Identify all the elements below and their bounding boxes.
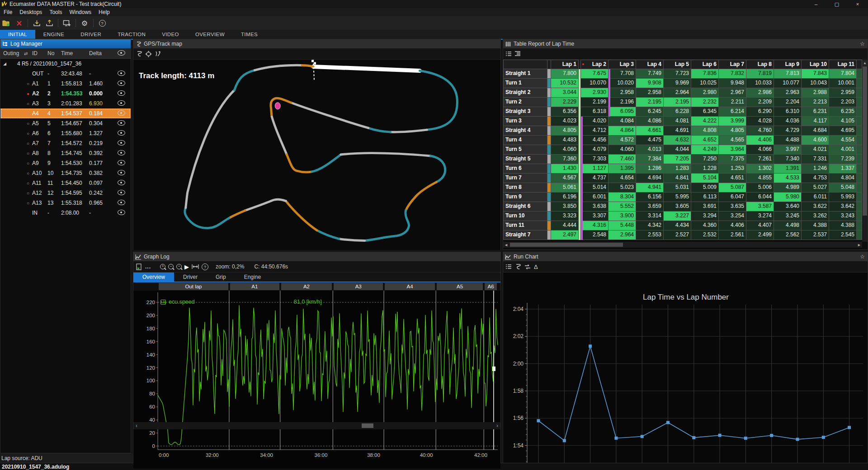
visibility-eye-icon[interactable] <box>118 110 125 116</box>
favorite-star-icon[interactable]: ☆ <box>860 41 865 47</box>
lap-row-A7[interactable]: ○A771:54.5720.219 <box>0 138 131 148</box>
menu-windows[interactable]: Windows <box>66 8 95 16</box>
scroll-left-icon[interactable]: ◄ <box>503 243 509 247</box>
segment-row-Turn-7[interactable]: Turn 74.5674.7374.6544.6944.8415.1044.65… <box>503 174 862 183</box>
visibility-eye-icon[interactable] <box>118 70 125 76</box>
lap-section-Out-lap[interactable]: Out lap <box>159 283 228 290</box>
segment-row-Turn-3[interactable]: Turn 34.0234.0204.0844.0864.0814.2223.99… <box>503 117 862 126</box>
segment-row-Straight-4[interactable]: Straight 44.8054.7124.8644.6614.6914.808… <box>503 126 862 136</box>
lap-row-A13[interactable]: ○A13131:55.3180.965 <box>0 198 131 208</box>
lap-section-A3[interactable]: A3 <box>334 283 383 290</box>
lap-row-A4[interactable]: ○A441:54.5370.184 <box>0 108 131 118</box>
segment-row-Straight-1[interactable]: Straight 17.8007.6757.7087.7497.7237.836… <box>503 69 862 79</box>
segment-row-Turn-11[interactable]: Turn 114.4444.3165.4484.3424.4344.3604.4… <box>503 221 862 230</box>
lap-row-IN[interactable]: IN-2:08.00- <box>0 208 131 218</box>
lap-row-A5[interactable]: ○A551:54.6570.304 <box>0 118 131 128</box>
lap-col-header[interactable]: ●Lap 2 <box>581 60 609 69</box>
visibility-eye-icon[interactable] <box>118 90 125 96</box>
menu-file[interactable]: File <box>0 8 16 16</box>
play-icon[interactable]: ▶ <box>184 263 189 270</box>
visibility-eye-icon[interactable] <box>118 150 125 155</box>
lap-table-header[interactable]: Table Report of Lap Time ☆ <box>503 39 868 48</box>
segment-row-Turn-4[interactable]: Turn 44.4834.4564.5724.4754.6324.6524.56… <box>503 136 862 145</box>
lap-col-header[interactable]: Lap 1 <box>551 60 579 69</box>
segment-row-Turn-1[interactable]: Turn 110.53210.07010.0209.9089.96910.025… <box>503 79 862 88</box>
col-time[interactable]: Time <box>61 50 89 56</box>
minimize-button[interactable]: – <box>806 0 826 8</box>
close-button[interactable]: × <box>847 0 868 8</box>
segment-row-Straight-6[interactable]: Straight 63.8503.6385.5523.6593.6053.691… <box>503 202 862 212</box>
lap-sections-bar[interactable]: Out lapA1A2A3A4A5A6 <box>133 282 500 291</box>
menu-desktops[interactable]: Desktops <box>16 8 46 16</box>
graph-tab-overview[interactable]: Overview <box>133 273 174 282</box>
segment-row-Turn-2[interactable]: Turn 22.2292.1992.1962.1952.1952.2322.21… <box>503 98 862 107</box>
lap-col-header[interactable]: Lap 10 <box>802 60 829 69</box>
menu-tools[interactable]: Tools <box>46 8 66 16</box>
track-outline-icon[interactable] <box>136 51 142 57</box>
lap-section-A1[interactable]: A1 <box>230 283 279 290</box>
log-manager-header[interactable]: Log Manager <box>0 39 131 48</box>
visibility-eye-icon[interactable] <box>118 100 125 106</box>
help-button[interactable]: ? <box>97 18 108 28</box>
delta-icon[interactable]: Δ <box>534 263 538 270</box>
lap-section-A5[interactable]: A5 <box>437 283 483 290</box>
segment-row-Turn-9[interactable]: Turn 96.1966.0018.3046.1565.9956.1136.04… <box>503 193 862 202</box>
lap-table-grid[interactable]: Lap 1●Lap 2Lap 3Lap 4Lap 5Lap 6Lap 7Lap … <box>503 60 862 240</box>
open-log-button[interactable] <box>1 18 12 28</box>
segment-row-Straight-7[interactable]: Straight 72.4972.5482.9642.5532.5272.532… <box>503 230 862 240</box>
visibility-eye-icon[interactable] <box>118 130 125 136</box>
track-outline-icon[interactable] <box>514 263 521 270</box>
list-icon[interactable] <box>505 264 512 269</box>
menu-help[interactable]: Help <box>95 8 113 16</box>
help-icon[interactable]: ? <box>202 263 208 270</box>
lap-col-header[interactable]: Lap 11 <box>829 60 857 69</box>
favorite-star-icon[interactable]: ☆ <box>860 254 865 260</box>
segment-row-Straight-3[interactable]: Straight 36.3566.3186.0956.2456.2286.345… <box>503 107 862 117</box>
visibility-eye-icon[interactable] <box>118 80 125 86</box>
run-chart-canvas[interactable]: Lap Time vs Lap Number2:042:022:001:581:… <box>503 273 868 463</box>
segment-row-Turn-6[interactable]: Turn 61.4301.1271.3951.2861.2831.2281.25… <box>503 164 862 174</box>
import-button[interactable] <box>31 18 42 28</box>
settings-gear-button[interactable]: ⚙ <box>79 18 90 28</box>
visibility-eye-icon[interactable] <box>118 210 125 215</box>
desktop-add-button[interactable] <box>61 18 72 28</box>
table-vertical-scrollbar[interactable]: ▲ <box>862 60 868 242</box>
visibility-eye-icon[interactable] <box>118 170 125 175</box>
tab-overview[interactable]: OVERVIEW <box>187 30 233 39</box>
tab-video[interactable]: VIDEO <box>154 30 187 39</box>
col-outing[interactable]: Outing <box>0 50 24 56</box>
outing-group-row[interactable]: ◢ 4 R5 / 20210910_1547_36 <box>0 59 131 69</box>
maximize-button[interactable]: ▢ <box>826 0 847 8</box>
lap-row-A3[interactable]: ○A332:01.2836.930 <box>0 99 131 108</box>
col-delta[interactable]: Delta <box>89 50 112 56</box>
indent-list-icon[interactable] <box>514 51 521 56</box>
signal-name-label[interactable]: ecu.speed <box>169 299 195 305</box>
lap-col-header[interactable]: Lap 9 <box>774 60 802 69</box>
visibility-eye-icon[interactable] <box>118 120 125 126</box>
visibility-eye-icon[interactable] <box>118 160 125 165</box>
segment-row-Straight-5[interactable]: Straight 57.3607.3037.4607.3847.2057.250… <box>503 155 862 164</box>
track-map-header[interactable]: GPS/Track map <box>133 39 500 48</box>
graph-log-plot[interactable]: 2202001801601401201008060402000:0032:003… <box>133 291 500 469</box>
tab-driver[interactable]: DRIVER <box>72 30 109 39</box>
export-table-icon[interactable] <box>136 263 142 270</box>
lap-row-A9[interactable]: ○A991:54.5300.177 <box>0 158 131 168</box>
graph-tab-grip[interactable]: Grip <box>207 273 235 282</box>
scroll-right-icon[interactable]: ► <box>856 243 862 247</box>
visibility-eye-icon[interactable] <box>118 180 125 185</box>
lap-col-header[interactable]: Lap 3 <box>609 60 636 69</box>
lap-row-A2[interactable]: ●A221:54.3530.000 <box>0 89 131 99</box>
zoom-reset-icon[interactable]: • <box>176 264 182 269</box>
col-id[interactable]: ID <box>32 50 47 56</box>
lap-row-A1[interactable]: ○A111:55.8131.460 <box>0 79 131 89</box>
export-button[interactable] <box>44 18 55 28</box>
lap-col-header[interactable]: Lap 6 <box>691 60 719 69</box>
lap-row-A6[interactable]: ○A661:55.6801.327 <box>0 128 131 138</box>
zoom-in-icon[interactable]: + <box>160 264 165 269</box>
graph-tab-engine[interactable]: Engine <box>235 273 270 282</box>
tab-engine[interactable]: ENGINE <box>35 30 73 39</box>
graph-tab-driver[interactable]: Driver <box>174 273 207 282</box>
graph-horizontal-scrollbar[interactable]: ‹ › <box>133 422 500 429</box>
lap-row-A12[interactable]: ○A12121:54.5950.242 <box>0 188 131 198</box>
segment-row-Turn-10[interactable]: Turn 103.3233.3073.9003.3143.2273.2943.2… <box>503 212 862 221</box>
